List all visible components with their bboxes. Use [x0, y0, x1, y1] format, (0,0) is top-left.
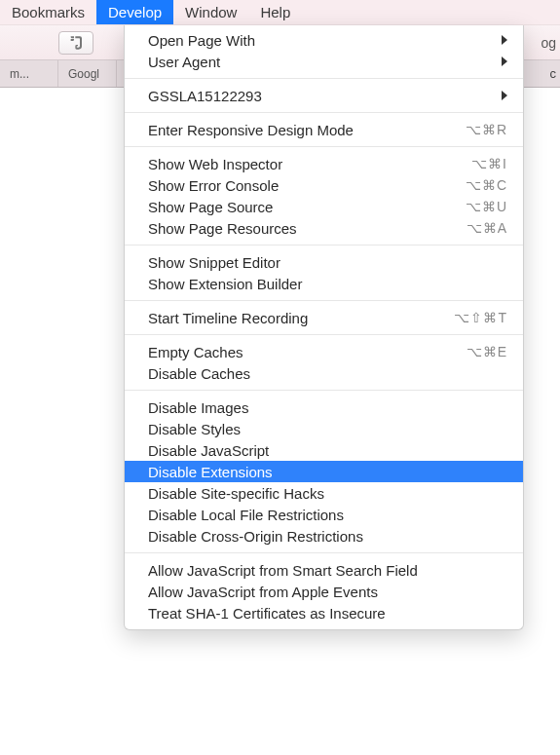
- menu-item[interactable]: Start Timeline Recording⌥⇧⌘T: [125, 307, 523, 328]
- menu-item-label: Show Error Console: [148, 177, 466, 194]
- menu-item[interactable]: GSSLA15122293: [125, 85, 523, 106]
- menu-item[interactable]: Disable Images: [125, 396, 523, 418]
- menubar-item-bookmarks[interactable]: Bookmarks: [0, 0, 96, 24]
- menu-item-label: Allow JavaScript from Smart Search Field: [148, 562, 507, 579]
- menu-item-shortcut: ⌥⌘C: [466, 177, 507, 193]
- menu-item-label: Disable Site-specific Hacks: [148, 485, 507, 502]
- menu-item-label: Show Web Inspector: [148, 156, 471, 172]
- menubar: BookmarksDevelopWindowHelp: [0, 0, 560, 25]
- menu-separator: [125, 300, 523, 301]
- menu-item[interactable]: Disable Extensions: [125, 461, 523, 482]
- submenu-arrow-icon: [502, 91, 507, 100]
- menu-item[interactable]: Show Page Source⌥⌘U: [125, 196, 523, 217]
- menu-item[interactable]: Allow JavaScript from Apple Events: [125, 581, 523, 602]
- menu-item-label: Show Page Source: [148, 199, 466, 215]
- menubar-item-window[interactable]: Window: [173, 0, 248, 24]
- menu-item[interactable]: Disable Cross-Origin Restrictions: [125, 525, 523, 547]
- menu-item-shortcut: ⌥⌘I: [471, 156, 507, 171]
- tabbar-trailing-text: c: [550, 66, 557, 81]
- menu-item-label: Show Extension Builder: [148, 276, 507, 292]
- menu-item-label: Treat SHA-1 Certificates as Insecure: [148, 605, 507, 622]
- evernote-icon: [68, 35, 84, 51]
- menu-item-shortcut: ⌥⌘R: [466, 122, 507, 137]
- menu-item-label: User Agent: [148, 54, 502, 70]
- menu-separator: [125, 146, 523, 147]
- menu-separator: [125, 78, 523, 79]
- menubar-item-label: Window: [185, 4, 237, 20]
- toolbar-trailing-text: og: [541, 35, 556, 51]
- menu-item-label: Disable Cross-Origin Restrictions: [148, 528, 507, 545]
- menu-item[interactable]: Show Page Resources⌥⌘A: [125, 217, 523, 239]
- menu-item-label: Disable JavaScript: [148, 442, 507, 459]
- menu-item-label: Enter Responsive Design Mode: [148, 122, 466, 138]
- menu-item[interactable]: Show Error Console⌥⌘C: [125, 174, 523, 196]
- menu-item[interactable]: Disable Local File Restrictions: [125, 504, 523, 525]
- browser-tab[interactable]: m...: [0, 60, 58, 87]
- menu-separator: [125, 112, 523, 113]
- menu-item[interactable]: Treat SHA-1 Certificates as Insecure: [125, 602, 523, 623]
- menu-separator: [125, 245, 523, 245]
- tab-label: Googl: [68, 67, 99, 81]
- menu-item-label: Start Timeline Recording: [148, 310, 454, 326]
- menubar-item-label: Bookmarks: [12, 4, 85, 20]
- tab-label: m...: [10, 67, 29, 81]
- menu-item[interactable]: Show Snippet Editor: [125, 251, 523, 273]
- menu-separator: [125, 334, 523, 335]
- evernote-button[interactable]: [58, 31, 93, 55]
- menu-item[interactable]: Show Web Inspector⌥⌘I: [125, 153, 523, 174]
- menu-item-label: Show Snippet Editor: [148, 254, 507, 271]
- menu-item[interactable]: Disable Site-specific Hacks: [125, 482, 523, 504]
- menu-item-label: Disable Extensions: [148, 464, 507, 480]
- menu-item[interactable]: Enter Responsive Design Mode⌥⌘R: [125, 119, 523, 140]
- menu-item-label: GSSLA15122293: [148, 88, 502, 104]
- submenu-arrow-icon: [502, 35, 507, 45]
- menu-item[interactable]: Disable JavaScript: [125, 439, 523, 461]
- menu-item-label: Disable Local File Restrictions: [148, 507, 507, 523]
- menu-item[interactable]: Open Page With: [125, 29, 523, 51]
- menubar-item-develop[interactable]: Develop: [96, 0, 173, 24]
- menu-item-shortcut: ⌥⌘A: [467, 220, 507, 236]
- menubar-item-label: Help: [260, 4, 290, 20]
- menu-item[interactable]: Allow JavaScript from Smart Search Field: [125, 559, 523, 581]
- menu-item-label: Show Page Resources: [148, 220, 467, 237]
- menu-item-shortcut: ⌥⌘E: [467, 344, 507, 359]
- menu-item[interactable]: Empty Caches⌥⌘E: [125, 341, 523, 362]
- menu-item[interactable]: Show Extension Builder: [125, 273, 523, 294]
- menu-item-label: Disable Images: [148, 399, 507, 416]
- menu-item[interactable]: Disable Styles: [125, 418, 523, 439]
- menu-item-label: Empty Caches: [148, 344, 467, 360]
- menu-item-label: Disable Styles: [148, 421, 507, 437]
- menu-item-shortcut: ⌥⇧⌘T: [454, 310, 507, 325]
- browser-tab[interactable]: Googl: [58, 60, 117, 87]
- menu-item-shortcut: ⌥⌘U: [466, 199, 507, 214]
- menu-item-label: Allow JavaScript from Apple Events: [148, 584, 507, 600]
- menu-item[interactable]: User Agent: [125, 51, 523, 72]
- menubar-item-help[interactable]: Help: [248, 0, 302, 24]
- menubar-item-label: Develop: [108, 4, 162, 20]
- menu-separator: [125, 552, 523, 553]
- menu-item-label: Open Page With: [148, 32, 502, 49]
- develop-menu-dropdown: Open Page WithUser AgentGSSLA15122293Ent…: [124, 25, 524, 630]
- menu-item[interactable]: Disable Caches: [125, 362, 523, 384]
- menu-separator: [125, 390, 523, 391]
- menu-item-label: Disable Caches: [148, 365, 507, 382]
- submenu-arrow-icon: [502, 57, 507, 66]
